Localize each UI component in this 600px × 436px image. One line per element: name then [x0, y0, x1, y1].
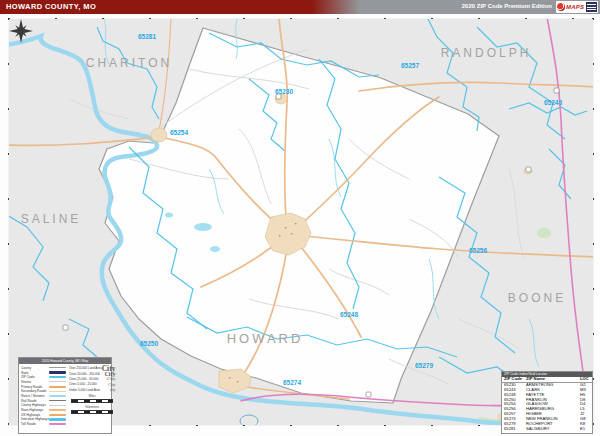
brand-tag-icon — [586, 2, 597, 12]
scale-miles-label: Miles — [69, 394, 115, 398]
legend-item-label: State Highways — [21, 408, 49, 412]
legend-line-sample — [49, 386, 66, 388]
legend-city-sizes: Over 250,000 Land Area City Cities 50,00… — [69, 366, 115, 393]
legend-line-sample — [49, 400, 66, 401]
city-size-label: Under 5,000 Land Area — [69, 388, 110, 392]
legend-item-label: ZIP Code — [21, 375, 49, 379]
legend-line-sample — [49, 418, 66, 420]
legend-line-sample — [49, 423, 66, 425]
table-row: 65281 SALISBURY E1 — [502, 427, 592, 432]
legend-line-sample — [49, 414, 66, 416]
header-bar: HOWARD COUNTY, MO 2020 ZIP Code Premium … — [0, 0, 600, 14]
city-size-label: Over 250,000 Land Area — [69, 366, 102, 370]
legend-line-sample — [49, 376, 66, 378]
zip-code-label: 65257 — [401, 62, 419, 69]
map-canvas: CHARITONRANDOLPHSALINEBOONEHOWARD 652816… — [8, 18, 594, 426]
legend-item-label: Rivers / Streams — [21, 394, 49, 398]
legend-item-label: Primary Roads — [21, 385, 49, 389]
legend-line-sample — [49, 367, 66, 368]
city-sample-text: City — [107, 376, 116, 381]
city-sample-text: city — [110, 388, 115, 392]
zip-code-label: 65243 — [544, 99, 562, 106]
legend-city-row: Cities 5,000 - 25,000 City — [69, 382, 115, 387]
compass-rose-icon — [9, 19, 33, 43]
zip-code-label: 65279 — [415, 362, 433, 369]
legend-items: County State ZIP Code Streets Primary Ro… — [21, 366, 66, 427]
scale-bar-miles — [71, 399, 113, 403]
legend-item-label: Rail Roads — [21, 399, 49, 403]
legend-item-label: Interstate Highways — [21, 417, 49, 421]
legend-city-row: Cities 25,000 - 50,000 City — [69, 376, 115, 381]
legend-item-label: State — [21, 371, 49, 375]
zip-code-label: 65274 — [283, 379, 301, 386]
legend-item-label: Secondary Roads — [21, 389, 49, 393]
legend-item-label: County Highways — [21, 403, 49, 407]
legend-city-row: Cities 50,000 - 250,000 City — [69, 371, 115, 376]
zip-code-label: 65248 — [340, 311, 358, 318]
zip-code-label: 65230 — [275, 88, 293, 95]
county-label: HOWARD — [227, 331, 304, 346]
edition-label: 2020 ZIP Code Premium Edition — [462, 3, 552, 9]
brand-name: MAPS — [566, 4, 584, 10]
legend-item: Toll Roads — [21, 422, 66, 427]
county-label: SALINE — [21, 212, 82, 226]
scale-bars: Miles Kilometers — [69, 394, 115, 414]
zip-code-label: 65254 — [170, 129, 188, 136]
map-page: HOWARD COUNTY, MO 2020 ZIP Code Premium … — [0, 0, 600, 436]
legend-line-sample — [49, 371, 66, 373]
zip-code-label: 65256 — [469, 247, 487, 254]
cell-name: SALISBURY — [526, 427, 580, 432]
legend-item-label: County — [21, 366, 49, 370]
city-size-label: Cities 50,000 - 250,000 — [69, 372, 104, 376]
cell-zip: 65281 — [504, 427, 526, 432]
map-legend: 2020 Howard County, MO Map County State … — [18, 357, 112, 434]
legend-line-sample — [49, 409, 66, 411]
county-label: RANDOLPH — [441, 46, 532, 60]
legend-item-label: Toll Roads — [21, 422, 49, 426]
city-size-label: Cities 25,000 - 50,000 — [69, 377, 107, 381]
zip-table-rows: 65230 ARMSTRONG G2 65243 CLARK M3 65248 … — [502, 383, 592, 432]
legend-line-sample — [49, 405, 66, 406]
city-size-label: Cities 5,000 - 25,000 — [69, 382, 108, 386]
county-label: BOONE — [508, 291, 566, 305]
legend-city-row: Under 5,000 Land Area city — [69, 387, 115, 392]
city-sample-text: City — [108, 382, 115, 387]
scale-bar-km — [71, 410, 113, 414]
legend-line-sample — [49, 395, 66, 397]
legend-line-sample — [49, 381, 66, 382]
brand-logo: MAPS — [556, 1, 598, 13]
county-label: CHARITON — [86, 56, 172, 70]
scale-km-label: Kilometers — [69, 405, 115, 409]
zip-code-label: 65281 — [138, 33, 156, 40]
legend-item-label: US Highways — [21, 413, 49, 417]
zip-index-table: ZIP Code Index/Grid Locator ZIP Code ZIP… — [501, 371, 593, 434]
legend-line-sample — [49, 391, 66, 393]
page-title: HOWARD COUNTY, MO — [6, 2, 96, 11]
cell-loc: E1 — [580, 427, 590, 432]
zip-code-label: 65250 — [140, 340, 158, 347]
globe-logo-icon — [557, 3, 565, 11]
legend-item-label: Streets — [21, 380, 49, 384]
